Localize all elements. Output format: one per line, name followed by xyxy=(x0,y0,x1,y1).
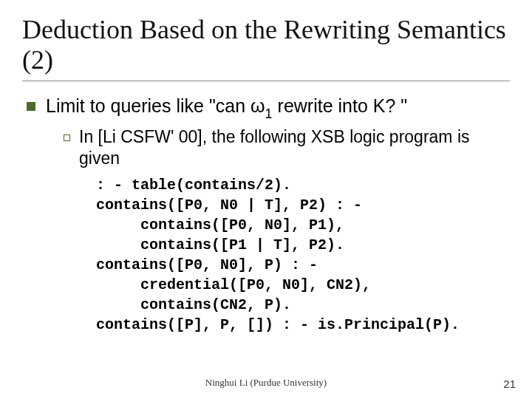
bullet1-post: rewrite into K? " xyxy=(273,95,408,116)
bullet-level2: In [Li CSFW' 00], the following XSB logi… xyxy=(22,126,510,169)
bullet1-sub: 1 xyxy=(265,106,273,121)
bullet-level1: Limit to queries like "can ω1 rewrite in… xyxy=(22,95,510,121)
page-number: 21 xyxy=(503,378,516,390)
slide-title: Deduction Based on the Rewriting Semanti… xyxy=(22,15,510,76)
square-outline-bullet-icon xyxy=(64,134,70,141)
slide: Deduction Based on the Rewriting Semanti… xyxy=(0,0,532,399)
title-block: Deduction Based on the Rewriting Semanti… xyxy=(22,15,510,81)
code-block: : - table(contains/2). contains([P0, N0 … xyxy=(96,175,510,335)
bullet1-text: Limit to queries like "can ω1 rewrite in… xyxy=(46,95,407,121)
bullet1-omega: ω xyxy=(250,95,265,116)
footer-author: Ninghui Li (Purdue University) xyxy=(0,377,532,389)
bullet2-text: In [Li CSFW' 00], the following XSB logi… xyxy=(79,126,510,169)
square-bullet-icon xyxy=(27,102,35,111)
bullet1-pre: Limit to queries like "can xyxy=(46,95,250,116)
